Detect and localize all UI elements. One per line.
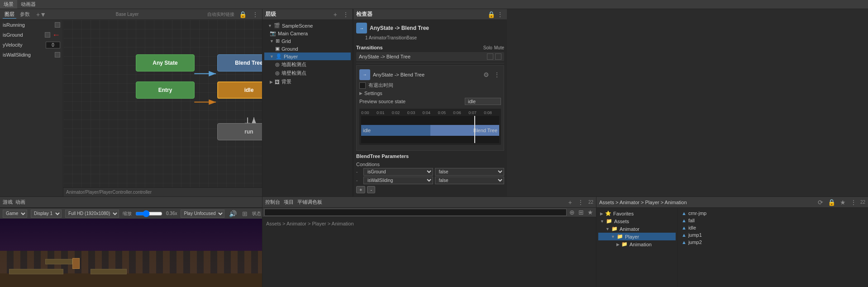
hier-ground-detect[interactable]: ◎ 地面检测点: [264, 60, 351, 69]
condition2-name-dropdown[interactable]: isWallSliding: [363, 177, 433, 184]
files-star-btn[interactable]: ★: [839, 199, 847, 206]
timeline-idle-bar: idle: [361, 125, 430, 136]
hier-grid[interactable]: ▼ ⊞ Grid: [264, 37, 351, 45]
yvelocity-input[interactable]: [46, 42, 60, 48]
anim-label[interactable]: 动画: [15, 199, 25, 206]
game-status-bar: Game Display 1 Full HD (1920x1080) 缩放 0.…: [0, 208, 262, 219]
graph-area[interactable]: Any State Entry Blend Tree idle run: [63, 20, 262, 196]
hierarchy-add-btn[interactable]: +: [333, 11, 338, 18]
node-blendtree[interactable]: Blend Tree: [217, 54, 262, 72]
param-yvelocity[interactable]: yVelocity: [0, 40, 63, 50]
hier-wall-detect[interactable]: ◎ 墙壁检测点: [264, 69, 351, 77]
hier-ground[interactable]: ▣ Ground: [264, 45, 351, 53]
tab-console[interactable]: 控制台: [265, 199, 280, 206]
has-exit-time-checkbox[interactable]: [359, 82, 366, 89]
play-unfocused-select[interactable]: Play Unfocused: [181, 210, 224, 218]
top-bar-scene[interactable]: 场景: [0, 0, 17, 9]
resolution-select[interactable]: Full HD (1920x1080): [65, 210, 119, 218]
sidebar-animator[interactable]: ▼ 📁 Animator: [598, 225, 676, 233]
inspector-content: → AnyState -> Blend Tree 1 AnimatorTrans…: [353, 20, 507, 196]
solo-box[interactable]: [487, 53, 493, 60]
condition2-value-dropdown[interactable]: false: [435, 177, 505, 184]
add-param-btn[interactable]: +▼: [35, 11, 47, 18]
add-condition-btn[interactable]: +: [356, 186, 365, 193]
console-search-input[interactable]: [264, 209, 567, 216]
sidebar-assets[interactable]: ▼ 📁 Assets: [598, 217, 676, 225]
hier-scene-icon: 🎬: [274, 23, 280, 29]
hier-bg-icon: 🖼: [275, 79, 280, 85]
transition-icon: →: [356, 23, 367, 33]
graph-footer: Animator/Player/PlayerController.control…: [63, 187, 262, 196]
files-menu-btn[interactable]: ⋮: [849, 199, 858, 206]
mute-box[interactable]: [495, 53, 501, 60]
hierarchy-menu-btn[interactable]: ⋮: [342, 11, 350, 18]
scale-slider[interactable]: [135, 210, 162, 217]
panel-header-title: Base Layer: [116, 12, 139, 17]
animator-panel-header: 图层 参数 +▼ Base Layer 自动实时链接 🔒 ⋮: [0, 9, 262, 20]
hier-background[interactable]: ▶ 🖼 背景: [264, 77, 351, 86]
console-add-btn[interactable]: +: [568, 199, 573, 206]
node-anystate[interactable]: Any State: [136, 54, 195, 72]
timeline-bar-container[interactable]: idle Blend Tree: [361, 116, 499, 143]
hier-maincamera[interactable]: 📷 Main Camera: [264, 29, 351, 37]
preview-source-value[interactable]: idle: [465, 98, 501, 105]
node-run[interactable]: run: [217, 123, 262, 140]
file-crnr-jmp[interactable]: ▲ crnr-jmp: [680, 210, 866, 217]
condition1-value-dropdown[interactable]: false: [435, 168, 505, 176]
hier-player-icon: 👤: [276, 53, 282, 59]
hier-grid-icon: ⊞: [276, 38, 280, 44]
remove-condition-btn[interactable]: -: [367, 186, 375, 193]
console-filter-btn[interactable]: ⊕: [568, 209, 576, 216]
file-jump2[interactable]: ▲ jump2: [680, 239, 866, 246]
red-arrow-indicator: ←: [52, 30, 60, 40]
layout-btn[interactable]: ⊞: [241, 210, 248, 217]
insp-transition-item[interactable]: AnyState -> Blend Tree: [356, 52, 504, 61]
node-entry[interactable]: Entry: [136, 81, 195, 99]
tab-project[interactable]: 项目: [284, 199, 294, 206]
transition-settings-btn[interactable]: ⚙: [482, 71, 490, 78]
game-mode-select[interactable]: Game: [3, 210, 27, 218]
sidebar-animation[interactable]: ▶ 📁 Animation: [598, 240, 676, 248]
console-star-btn[interactable]: ★: [587, 209, 594, 216]
top-bar-animator[interactable]: 动画器: [17, 0, 39, 9]
timeline-marker: [474, 116, 475, 143]
timeline-blend-bar: Blend Tree: [430, 125, 500, 136]
game-label[interactable]: 游戏: [3, 199, 13, 206]
file-idle[interactable]: ▲ idle: [680, 224, 866, 231]
param-isground[interactable]: isGround ←: [0, 30, 63, 40]
param-isrunning[interactable]: isRunning: [0, 20, 63, 30]
blendtree-params-header: BlendTree Parameters: [356, 153, 504, 159]
isground-checkbox[interactable]: [45, 32, 50, 38]
transition-menu-btn[interactable]: ⋮: [493, 71, 501, 78]
console-menu-btn[interactable]: ⋮: [577, 199, 585, 206]
game-scene-bg: [0, 219, 262, 287]
sidebar-player[interactable]: ▼ 📁 Player: [598, 233, 676, 240]
panel-menu-btn[interactable]: ⋮: [251, 11, 259, 18]
hier-samplescene[interactable]: ▼ 🎬 SampleScene: [264, 22, 351, 29]
settings-foldout[interactable]: ▶ Settings: [359, 90, 501, 97]
iswallsliding-checkbox[interactable]: [55, 52, 60, 57]
files-lock-btn[interactable]: 🔒: [827, 199, 836, 206]
isrunning-checkbox[interactable]: [55, 22, 60, 28]
inspector-menu-btn[interactable]: ⋮: [496, 11, 504, 18]
tab-tile-palette[interactable]: 平铺调色板: [297, 199, 322, 206]
tab-params[interactable]: 参数: [18, 10, 32, 19]
files-refresh-btn[interactable]: ⟳: [817, 199, 824, 206]
param-iswallsliding[interactable]: isWallSliding: [0, 50, 63, 60]
params-sidebar: isRunning isGround ← yVelocity isWallSli…: [0, 20, 63, 196]
tab-layers[interactable]: 图层: [3, 10, 16, 19]
console-sort-btn[interactable]: ⊞: [577, 209, 585, 216]
hier-player[interactable]: ▼ 👤 Player: [264, 53, 351, 60]
panel-lock-btn[interactable]: 🔒: [238, 11, 248, 18]
timeline-ruler: 0:00 0:01 0:02 0:03 0:04 0:05 0:06 0:07 …: [361, 110, 499, 115]
hierarchy-title: 层级: [265, 10, 276, 18]
file-fall[interactable]: ▲ fall: [680, 217, 866, 224]
console-content: Assets > Animator > Player > Animation: [262, 217, 596, 287]
sidebar-favorites[interactable]: ▶ ⭐ Favorites: [598, 210, 676, 217]
file-jump1[interactable]: ▲ jump1: [680, 231, 866, 239]
inspector-lock-btn[interactable]: 🔒: [486, 11, 496, 18]
condition1-name-dropdown[interactable]: isGround: [363, 168, 433, 176]
display-select[interactable]: Display 1: [31, 210, 62, 218]
audio-btn[interactable]: 🔊: [228, 210, 238, 217]
node-idle[interactable]: idle: [217, 81, 262, 99]
